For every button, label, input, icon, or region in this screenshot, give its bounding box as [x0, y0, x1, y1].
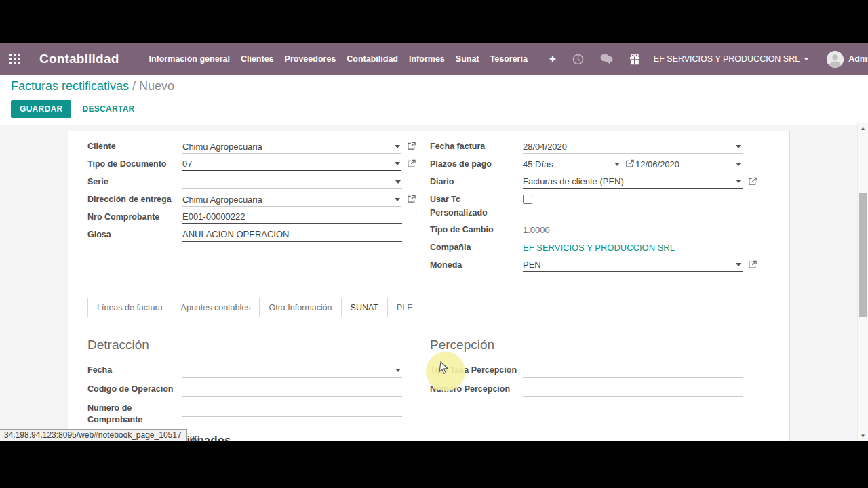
menu-informes[interactable]: Informes: [409, 54, 445, 64]
field-row: Moneda PEN: [430, 258, 770, 272]
company-name: EF SERVICIOS Y PRODUCCION SRL: [654, 54, 800, 64]
compania-link[interactable]: EF SERVICIOS Y PRODUCCION SRL: [523, 241, 743, 255]
mouse-cursor-icon: [437, 361, 450, 378]
field-row: Numero Percepcion: [430, 382, 770, 396]
letterbox-top: [0, 0, 868, 43]
tab-lineas-de-factura[interactable]: Líneas de factura: [87, 298, 172, 317]
chevron-down-icon[interactable]: [395, 145, 400, 148]
compania-label: Compañia: [430, 241, 523, 254]
tipo-documento-input[interactable]: 07: [182, 157, 401, 171]
codigo-operacion-input[interactable]: [182, 382, 402, 396]
screen: Contabilidad Información general Cliente…: [0, 0, 868, 488]
chevron-down-icon[interactable]: [736, 263, 741, 266]
detraccion-fecha-input[interactable]: [182, 363, 402, 378]
tab-apuntes-contables[interactable]: Apuntes contables: [172, 298, 260, 317]
breadcrumb-parent-link[interactable]: Facturas rectificativas: [11, 79, 129, 93]
fecha-factura-input[interactable]: 28/04/2020: [523, 140, 743, 154]
nro-comprobante-input[interactable]: E001-00000222: [182, 210, 402, 224]
plus-icon[interactable]: +: [549, 52, 556, 66]
chevron-down-icon[interactable]: [736, 163, 741, 166]
detraccion-section: Detracción Fecha Codigo de Operacion: [87, 338, 416, 441]
chevron-down-icon[interactable]: [614, 163, 620, 166]
invoice-form-sheet: Cliente Chimu Agropecuaria Tipo de Docum…: [68, 131, 790, 441]
avatar[interactable]: [827, 51, 844, 68]
chevron-down-icon[interactable]: [395, 369, 401, 372]
codigo-operacion-label: Codigo de Operacion: [87, 382, 182, 395]
control-panel: Facturas rectificativas / Nuevo GUARDAR …: [0, 75, 868, 125]
menu-proveedores[interactable]: Proveedores: [285, 54, 336, 64]
form-left-column: Cliente Chimu Agropecuaria Tipo de Docum…: [87, 140, 416, 276]
company-switcher[interactable]: EF SERVICIOS Y PRODUCCION SRL: [654, 54, 809, 64]
menu-contabilidad[interactable]: Contabilidad: [347, 54, 398, 64]
numero-comprobante-detraccion-label: Numero de Comprobante: [87, 401, 182, 426]
tipo-tasa-percepcion-input[interactable]: [523, 363, 743, 378]
tab-otra-informacion[interactable]: Otra Información: [259, 298, 341, 317]
detraccion-fecha-label: Fecha: [87, 363, 182, 376]
scroll-up-arrow[interactable]: ▲: [858, 123, 868, 134]
field-row: Tipo de Documento 07: [87, 157, 416, 171]
breadcrumb: Facturas rectificativas / Nuevo: [11, 79, 857, 94]
serie-input[interactable]: [182, 175, 402, 189]
chevron-down-icon[interactable]: [736, 180, 741, 183]
field-row: Numero de Comprobante: [87, 401, 416, 427]
tab-row: Líneas de factura Apuntes contables Otra…: [68, 298, 789, 317]
external-link-icon[interactable]: [748, 177, 757, 186]
numero-comprobante-detraccion-input[interactable]: [182, 403, 402, 417]
chevron-down-icon[interactable]: [395, 198, 400, 201]
vertical-scrollbar[interactable]: ▲ ▼: [857, 123, 868, 441]
cliente-input[interactable]: Chimu Agropecuaria: [182, 140, 401, 154]
menu-clientes[interactable]: Clientes: [241, 54, 274, 64]
chat-icon[interactable]: [600, 54, 613, 64]
field-row: Codigo de Operacion: [87, 382, 416, 396]
external-link-icon[interactable]: [748, 260, 757, 269]
breadcrumb-current: Nuevo: [139, 79, 174, 93]
chevron-down-icon[interactable]: [395, 180, 401, 184]
field-row: Dirección de entrega Chimu Agropecuaria: [87, 192, 416, 207]
form-right-column: Fecha factura 28/04/2020 Plazos de pago …: [430, 140, 770, 276]
gift-icon[interactable]: [629, 54, 640, 65]
field-row: Tipo Tasa Percepcion: [430, 363, 770, 378]
clock-icon[interactable]: [572, 54, 584, 65]
menu-tesoreria[interactable]: Tesoreria: [490, 54, 528, 64]
usar-tc-checkbox[interactable]: [523, 195, 532, 204]
field-row: Fecha: [87, 363, 416, 378]
save-button[interactable]: GUARDAR: [11, 100, 71, 118]
discard-button[interactable]: DESCARTAR: [82, 104, 134, 114]
external-link-icon[interactable]: [625, 159, 634, 168]
field-row: Tipo de Cambio 1.0000: [430, 223, 770, 237]
field-row: Usar Tc Personalizado: [430, 192, 770, 220]
field-row: Fecha factura 28/04/2020: [430, 140, 770, 154]
tab-ple[interactable]: PLE: [387, 298, 422, 317]
main-content: Cliente Chimu Agropecuaria Tipo de Docum…: [0, 125, 868, 441]
plazos-pago-input[interactable]: 45 Días: [523, 157, 621, 171]
user-menu[interactable]: Administrator: [848, 54, 868, 64]
numero-percepcion-input[interactable]: [523, 382, 743, 396]
direccion-entrega-input[interactable]: Chimu Agropecuaria: [182, 192, 401, 207]
menu-informacion-general[interactable]: Información general: [149, 54, 229, 64]
external-link-icon[interactable]: [407, 195, 416, 203]
tab-sunat[interactable]: SUNAT: [341, 298, 388, 317]
diario-input[interactable]: Facturas de cliente (PEN): [523, 175, 743, 189]
external-link-icon[interactable]: [407, 142, 416, 150]
chevron-down-icon[interactable]: [736, 145, 741, 148]
external-link-icon[interactable]: [407, 159, 416, 168]
field-row: Compañia EF SERVICIOS Y PRODUCCION SRL: [430, 241, 770, 255]
chevron-down-icon[interactable]: [395, 162, 400, 165]
scroll-down-arrow[interactable]: ▼: [858, 431, 868, 441]
moneda-input[interactable]: PEN: [523, 258, 743, 272]
field-row: Cliente Chimu Agropecuaria: [87, 140, 416, 154]
glosa-input[interactable]: ANULACION OPERACION: [182, 228, 402, 242]
app-name[interactable]: Contabilidad: [39, 52, 119, 66]
action-buttons: GUARDAR DESCARTAR: [11, 100, 857, 118]
tipo-cambio-value: 1.0000: [523, 223, 743, 237]
moneda-label: Moneda: [430, 258, 523, 272]
fecha-vencimiento-input[interactable]: 12/06/2020: [635, 157, 743, 171]
field-row: Glosa ANULACION OPERACION: [87, 228, 416, 242]
tipo-documento-label: Tipo de Documento: [87, 157, 182, 171]
apps-grid-icon[interactable]: [9, 54, 20, 64]
tipo-cambio-label: Tipo de Cambio: [430, 223, 523, 237]
menu-sunat[interactable]: Sunat: [456, 54, 479, 64]
scrollbar-thumb[interactable]: [859, 193, 867, 317]
plazos-pago-label: Plazos de pago: [430, 157, 523, 171]
direccion-entrega-label: Dirección de entrega: [87, 192, 182, 206]
